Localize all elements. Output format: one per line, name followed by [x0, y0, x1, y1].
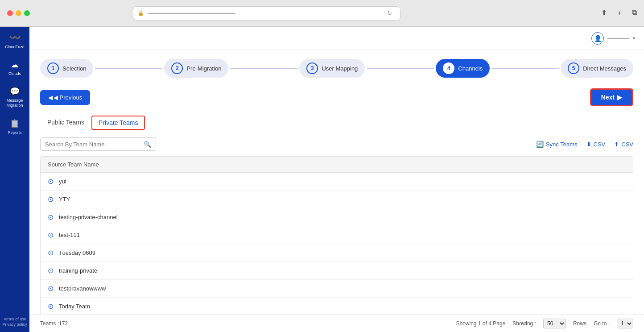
top-bar: 👤 ━━━━━━━ ▾ [29, 27, 644, 50]
main-content: 👤 ━━━━━━━ ▾ 1 Selection [29, 27, 644, 332]
minimize-button[interactable] [16, 10, 21, 16]
table-row[interactable]: ⊙ Tuesday 0609 [41, 244, 633, 262]
table-row[interactable]: ⊙ training-private [41, 262, 633, 280]
sidebar-reports-label: Reports [8, 130, 22, 135]
row-team-name: Tuesday 0609 [59, 249, 95, 256]
row-check-icon: ⊙ [48, 302, 54, 311]
sidebar-item-reports[interactable]: 📋 Reports [2, 115, 27, 138]
row-team-name: testing-private-channel [59, 214, 118, 220]
windows-icon[interactable]: ⧉ [632, 8, 637, 18]
step-4-circle: 4 [443, 62, 454, 74]
row-team-name: test-111 [59, 232, 80, 238]
url-text: ━━━━━━━━━━━━━━━━━━━━━━━━━━━━ [148, 10, 384, 17]
reload-button[interactable]: ↻ [387, 10, 396, 17]
step-channels[interactable]: 4 Channels [436, 59, 490, 78]
search-icon: 🔍 [144, 141, 151, 148]
goto-select[interactable]: 1 2 3 4 [617, 319, 633, 328]
sidebar-logo-text: CloudFuze [5, 45, 25, 49]
share-icon[interactable]: ⬆ [601, 8, 607, 18]
table-row[interactable]: ⊙ test-111 [41, 226, 633, 244]
chevron-down-icon: ▾ [633, 36, 635, 41]
step-connector-4 [491, 68, 559, 69]
next-button[interactable]: Next ▶ [590, 88, 633, 106]
step-2-circle: 2 [171, 62, 183, 74]
download-csv-label: CSV [594, 141, 606, 148]
row-team-name: Today Team [59, 303, 90, 310]
close-button[interactable] [7, 10, 13, 16]
search-input[interactable] [45, 141, 140, 148]
lock-icon: 🔒 [138, 10, 144, 16]
step-connector-1 [95, 68, 162, 69]
next-arrow-icon: ▶ [617, 94, 622, 101]
sync-icon: 🔄 [536, 141, 544, 148]
tab-private-teams[interactable]: Private Teams [91, 116, 145, 130]
sidebar-item-clouds[interactable]: ☁ Clouds [2, 56, 27, 79]
sync-teams-label: Sync Teams [546, 141, 578, 148]
step-connector-2 [230, 68, 297, 69]
step-pre-migration[interactable]: 2 Pre-Migration [164, 59, 228, 78]
table-row[interactable]: ⊙ testing-private-channel [41, 208, 633, 226]
table-row[interactable]: ⊙ Today Team [41, 298, 633, 314]
step-4-label: Channels [458, 65, 483, 72]
sidebar-item-message-migration[interactable]: 💬 MessageMigration [2, 83, 27, 112]
download-csv-button[interactable]: ⬇ CSV [586, 141, 606, 148]
row-check-icon: ⊙ [48, 249, 54, 257]
sidebar-logo[interactable]: 〰️ CloudFuze [5, 32, 25, 49]
step-selection[interactable]: 1 Selection [40, 59, 93, 78]
showing-page: Showing 1 of 4 Page [456, 320, 506, 327]
step-user-mapping[interactable]: 3 User Mapping [299, 59, 365, 78]
rows-select[interactable]: 50 10 25 100 [543, 319, 566, 328]
table-row[interactable]: ⊙ YTY [41, 191, 633, 208]
maximize-button[interactable] [24, 10, 30, 16]
table-header: Source Team Name [41, 157, 633, 173]
goto-label: Go to : [594, 320, 610, 327]
step-3-circle: 3 [306, 62, 318, 74]
traffic-lights [7, 10, 30, 16]
step-direct-messages[interactable]: 5 Direct Messages [561, 59, 633, 78]
step-3-label: User Mapping [322, 65, 358, 72]
avatar-icon: 👤 [594, 35, 602, 42]
sync-teams-button[interactable]: 🔄 Sync Teams [536, 141, 578, 148]
previous-button[interactable]: ◀ ◀ Previous [40, 90, 90, 105]
footer: Teams :172 Showing 1 of 4 Page Showing :… [29, 314, 644, 332]
step-2-label: Pre-Migration [186, 65, 221, 72]
step-1-circle: 1 [47, 62, 59, 74]
search-box[interactable]: 🔍 [40, 137, 156, 151]
upload-csv-label: CSV [621, 141, 633, 148]
terms-of-use-link[interactable]: Terms of use [2, 317, 27, 321]
username: ━━━━━━━ [607, 35, 629, 42]
row-team-name: yui [59, 178, 66, 185]
table-row[interactable]: ⊙ yui [41, 173, 633, 191]
row-check-icon: ⊙ [48, 284, 54, 293]
user-info[interactable]: 👤 ━━━━━━━ ▾ [591, 32, 635, 45]
cloudfuze-logo-icon: 〰️ [9, 32, 21, 44]
address-bar[interactable]: 🔒 ━━━━━━━━━━━━━━━━━━━━━━━━━━━━ ↻ [133, 6, 400, 21]
tab-public-teams[interactable]: Public Teams [40, 115, 91, 130]
clouds-icon: ☁ [11, 60, 19, 70]
row-team-name: testpravanowwww [59, 285, 106, 292]
content-area: 1 Selection 2 Pre-Migration 3 [29, 50, 644, 314]
teams-count: Teams :172 [40, 320, 68, 327]
stepper: 1 Selection 2 Pre-Migration 3 [40, 59, 633, 78]
sidebar-message-migration-label: MessageMigration [6, 98, 23, 108]
step-4-number: 4 [447, 65, 450, 71]
browser-chrome: 🔒 ━━━━━━━━━━━━━━━━━━━━━━━━━━━━ ↻ ⬆ ＋ ⧉ [0, 0, 644, 27]
message-migration-icon: 💬 [10, 87, 20, 96]
footer-right: Showing 1 of 4 Page Showing : 50 10 25 1… [456, 319, 634, 328]
new-tab-icon[interactable]: ＋ [616, 8, 623, 18]
row-team-name: YTY [59, 196, 70, 203]
step-connector-3 [367, 68, 434, 69]
step-5-label: Direct Messages [583, 65, 626, 72]
tabs-row: Public Teams Private Teams [40, 115, 633, 130]
avatar: 👤 [591, 32, 604, 45]
showing-label: Showing : [512, 320, 536, 327]
upload-csv-button[interactable]: ⬆ CSV [614, 141, 633, 148]
privacy-policy-link[interactable]: Privacy policy [2, 322, 27, 327]
download-icon: ⬇ [586, 141, 591, 148]
table-row[interactable]: ⊙ testpravanowwww [41, 280, 633, 298]
step-1-number: 1 [52, 65, 55, 71]
step-1-label: Selection [62, 65, 86, 72]
upload-icon: ⬆ [614, 141, 619, 148]
row-check-icon: ⊙ [48, 195, 54, 203]
previous-label: ◀ Previous [54, 94, 82, 101]
